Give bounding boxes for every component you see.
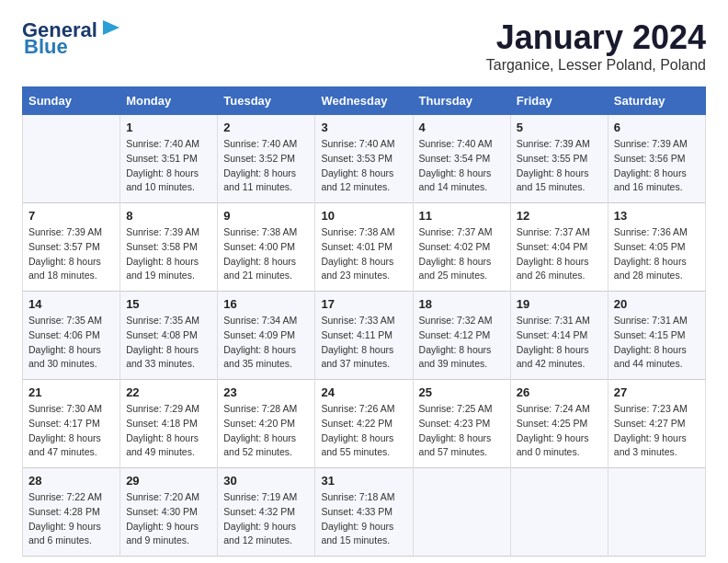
calendar-cell: 23Sunrise: 7:28 AMSunset: 4:20 PMDayligh… <box>218 380 315 468</box>
day-number: 20 <box>614 297 700 311</box>
day-number: 11 <box>419 209 505 223</box>
day-number: 29 <box>126 474 211 488</box>
day-number: 27 <box>614 385 700 399</box>
cell-info: Sunrise: 7:31 AMSunset: 4:15 PMDaylight:… <box>614 314 700 372</box>
calendar-cell: 25Sunrise: 7:25 AMSunset: 4:23 PMDayligh… <box>413 380 510 468</box>
calendar-cell: 11Sunrise: 7:37 AMSunset: 4:02 PMDayligh… <box>413 203 510 292</box>
cell-info: Sunrise: 7:19 AMSunset: 4:32 PMDaylight:… <box>223 490 309 548</box>
week-row-2: 14Sunrise: 7:35 AMSunset: 4:06 PMDayligh… <box>23 292 706 380</box>
calendar-cell: 14Sunrise: 7:35 AMSunset: 4:06 PMDayligh… <box>23 292 120 380</box>
calendar-cell: 29Sunrise: 7:20 AMSunset: 4:30 PMDayligh… <box>120 468 218 557</box>
calendar-cell <box>23 115 120 203</box>
calendar-cell: 26Sunrise: 7:24 AMSunset: 4:25 PMDayligh… <box>510 380 608 468</box>
week-row-3: 21Sunrise: 7:30 AMSunset: 4:17 PMDayligh… <box>23 380 706 468</box>
header-cell-wednesday: Wednesday <box>315 87 413 115</box>
header-cell-tuesday: Tuesday <box>218 87 315 115</box>
calendar-cell: 30Sunrise: 7:19 AMSunset: 4:32 PMDayligh… <box>218 468 315 557</box>
cell-info: Sunrise: 7:40 AMSunset: 3:54 PMDaylight:… <box>419 137 505 195</box>
calendar-cell: 8Sunrise: 7:39 AMSunset: 3:58 PMDaylight… <box>120 203 218 292</box>
cell-info: Sunrise: 7:18 AMSunset: 4:33 PMDaylight:… <box>321 490 406 548</box>
calendar-cell: 6Sunrise: 7:39 AMSunset: 3:56 PMDaylight… <box>608 115 705 203</box>
day-number: 5 <box>517 121 602 134</box>
day-number: 31 <box>321 474 406 488</box>
header-cell-friday: Friday <box>510 87 608 115</box>
calendar-cell <box>510 468 608 557</box>
calendar-cell: 10Sunrise: 7:38 AMSunset: 4:01 PMDayligh… <box>315 203 413 292</box>
day-number: 21 <box>28 385 114 399</box>
cell-info: Sunrise: 7:35 AMSunset: 4:06 PMDaylight:… <box>28 314 114 372</box>
cell-info: Sunrise: 7:40 AMSunset: 3:51 PMDaylight:… <box>126 137 211 195</box>
cell-info: Sunrise: 7:24 AMSunset: 4:25 PMDaylight:… <box>517 402 602 460</box>
day-number: 30 <box>223 474 309 488</box>
cell-info: Sunrise: 7:33 AMSunset: 4:11 PMDaylight:… <box>321 314 406 372</box>
calendar-cell: 1Sunrise: 7:40 AMSunset: 3:51 PMDaylight… <box>120 115 218 203</box>
cell-info: Sunrise: 7:39 AMSunset: 3:56 PMDaylight:… <box>614 137 700 195</box>
calendar-table: SundayMondayTuesdayWednesdayThursdayFrid… <box>22 86 706 557</box>
day-number: 23 <box>223 385 309 399</box>
calendar-cell: 28Sunrise: 7:22 AMSunset: 4:28 PMDayligh… <box>23 468 120 557</box>
day-number: 24 <box>321 385 406 399</box>
day-number: 22 <box>126 385 211 399</box>
day-number: 13 <box>614 209 700 223</box>
calendar-cell: 13Sunrise: 7:36 AMSunset: 4:05 PMDayligh… <box>608 203 705 292</box>
cell-info: Sunrise: 7:34 AMSunset: 4:09 PMDaylight:… <box>223 314 309 372</box>
day-number: 15 <box>126 297 211 311</box>
cell-info: Sunrise: 7:36 AMSunset: 4:05 PMDaylight:… <box>614 225 700 283</box>
day-number: 9 <box>223 209 309 223</box>
calendar-cell: 5Sunrise: 7:39 AMSunset: 3:55 PMDaylight… <box>510 115 608 203</box>
calendar-cell: 3Sunrise: 7:40 AMSunset: 3:53 PMDaylight… <box>315 115 413 203</box>
calendar-cell: 21Sunrise: 7:30 AMSunset: 4:17 PMDayligh… <box>23 380 120 468</box>
cell-info: Sunrise: 7:39 AMSunset: 3:55 PMDaylight:… <box>517 137 602 195</box>
header-cell-monday: Monday <box>120 87 218 115</box>
cell-info: Sunrise: 7:39 AMSunset: 3:57 PMDaylight:… <box>28 225 114 283</box>
day-number: 2 <box>223 121 309 134</box>
day-number: 18 <box>419 297 505 311</box>
title-block: January 2024 Targanice, Lesser Poland, P… <box>486 18 706 74</box>
calendar-body: 1Sunrise: 7:40 AMSunset: 3:51 PMDaylight… <box>23 115 706 557</box>
day-number: 10 <box>321 209 406 223</box>
cell-info: Sunrise: 7:22 AMSunset: 4:28 PMDaylight:… <box>28 490 114 548</box>
week-row-4: 28Sunrise: 7:22 AMSunset: 4:28 PMDayligh… <box>23 468 706 557</box>
calendar-cell: 22Sunrise: 7:29 AMSunset: 4:18 PMDayligh… <box>120 380 218 468</box>
week-row-1: 7Sunrise: 7:39 AMSunset: 3:57 PMDaylight… <box>23 203 706 292</box>
calendar-cell: 27Sunrise: 7:23 AMSunset: 4:27 PMDayligh… <box>608 380 705 468</box>
calendar-title: January 2024 <box>486 18 706 57</box>
week-row-0: 1Sunrise: 7:40 AMSunset: 3:51 PMDaylight… <box>23 115 706 203</box>
calendar-cell: 20Sunrise: 7:31 AMSunset: 4:15 PMDayligh… <box>608 292 705 380</box>
cell-info: Sunrise: 7:20 AMSunset: 4:30 PMDaylight:… <box>126 490 211 548</box>
cell-info: Sunrise: 7:40 AMSunset: 3:52 PMDaylight:… <box>223 137 309 195</box>
calendar-cell: 31Sunrise: 7:18 AMSunset: 4:33 PMDayligh… <box>315 468 413 557</box>
calendar-cell: 24Sunrise: 7:26 AMSunset: 4:22 PMDayligh… <box>315 380 413 468</box>
header-cell-sunday: Sunday <box>23 87 120 115</box>
day-number: 8 <box>126 209 211 223</box>
day-number: 26 <box>517 385 602 399</box>
cell-info: Sunrise: 7:30 AMSunset: 4:17 PMDaylight:… <box>28 402 114 460</box>
day-number: 1 <box>126 121 211 134</box>
calendar-cell: 9Sunrise: 7:38 AMSunset: 4:00 PMDaylight… <box>218 203 315 292</box>
calendar-cell: 19Sunrise: 7:31 AMSunset: 4:14 PMDayligh… <box>510 292 608 380</box>
cell-info: Sunrise: 7:23 AMSunset: 4:27 PMDaylight:… <box>614 402 700 460</box>
calendar-cell: 15Sunrise: 7:35 AMSunset: 4:08 PMDayligh… <box>120 292 218 380</box>
logo-blue: Blue <box>24 35 68 59</box>
cell-info: Sunrise: 7:29 AMSunset: 4:18 PMDaylight:… <box>126 402 211 460</box>
cell-info: Sunrise: 7:28 AMSunset: 4:20 PMDaylight:… <box>223 402 309 460</box>
cell-info: Sunrise: 7:40 AMSunset: 3:53 PMDaylight:… <box>321 137 406 195</box>
calendar-cell <box>413 468 510 557</box>
calendar-cell <box>608 468 705 557</box>
cell-info: Sunrise: 7:37 AMSunset: 4:02 PMDaylight:… <box>419 225 505 283</box>
calendar-cell: 4Sunrise: 7:40 AMSunset: 3:54 PMDaylight… <box>413 115 510 203</box>
calendar-cell: 2Sunrise: 7:40 AMSunset: 3:52 PMDaylight… <box>218 115 315 203</box>
calendar-location: Targanice, Lesser Poland, Poland <box>486 57 706 74</box>
page-header: General Blue January 2024 Targanice, Les… <box>22 18 706 74</box>
day-number: 19 <box>517 297 602 311</box>
day-number: 3 <box>321 121 406 134</box>
calendar-header-row: SundayMondayTuesdayWednesdayThursdayFrid… <box>23 87 706 115</box>
calendar-cell: 18Sunrise: 7:32 AMSunset: 4:12 PMDayligh… <box>413 292 510 380</box>
day-number: 6 <box>614 121 700 134</box>
logo-icon <box>99 15 125 40</box>
header-cell-saturday: Saturday <box>608 87 705 115</box>
day-number: 7 <box>28 209 114 223</box>
svg-marker-0 <box>103 20 119 35</box>
day-number: 14 <box>28 297 114 311</box>
calendar-cell: 12Sunrise: 7:37 AMSunset: 4:04 PMDayligh… <box>510 203 608 292</box>
